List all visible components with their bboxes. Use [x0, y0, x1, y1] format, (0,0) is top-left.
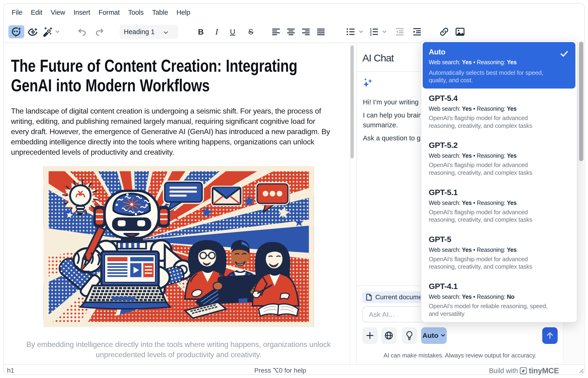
svg-text:3: 3: [370, 33, 372, 36]
